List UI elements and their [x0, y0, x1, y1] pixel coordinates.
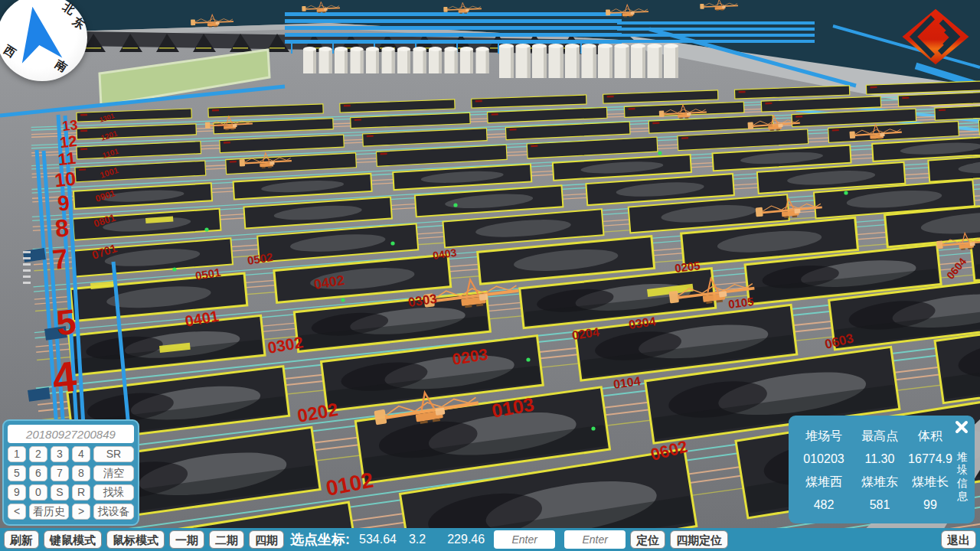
keypad-keys: 1234SR5678清空90SR找垛 [8, 446, 134, 500]
info-value: 99 [906, 498, 954, 512]
info-value: 16774.9 [906, 452, 954, 466]
row-number-label: 13 [61, 117, 78, 134]
key-history[interactable]: 看历史 [29, 504, 69, 520]
info-header: 体积 [906, 429, 954, 445]
info-header: 煤堆东 [853, 474, 906, 491]
key-SR[interactable]: SR [93, 446, 134, 462]
info-value: 010203 [795, 452, 853, 466]
phase1-button[interactable]: 一期 [169, 530, 204, 549]
company-logo [899, 8, 972, 66]
row-number-label: 11 [57, 148, 77, 169]
key-S[interactable]: S [51, 484, 69, 500]
row-number-label: 5 [54, 302, 78, 343]
info-value: 581 [853, 498, 906, 512]
key-7[interactable]: 7 [51, 465, 69, 481]
row-number-label: 12 [59, 132, 77, 151]
picked-point-x: 534.64 [359, 533, 397, 546]
phase4-locate-button[interactable]: 四期定位 [670, 530, 728, 549]
history-query-input[interactable] [8, 425, 134, 443]
key-R[interactable]: R [72, 484, 90, 500]
refresh-button[interactable]: 刷新 [4, 530, 39, 549]
key-6[interactable]: 6 [29, 465, 47, 481]
mouse-mode-button[interactable]: 鼠标模式 [106, 530, 165, 549]
row-number-label: 10 [54, 168, 77, 191]
info-header: 最高点 [853, 429, 906, 445]
compass-arrow-icon [0, 0, 87, 81]
row-number-label: 9 [57, 191, 71, 215]
picked-point-z: 229.46 [447, 533, 485, 546]
pile-info-grid: 堆场号 最高点 体积 010203 11.30 16774.9 煤堆西 煤堆东 … [795, 425, 954, 520]
phase4-button[interactable]: 四期 [249, 530, 284, 549]
key-4[interactable]: 4 [72, 446, 90, 462]
phase2-button[interactable]: 二期 [209, 530, 244, 549]
bottom-toolbar: 刷新 键鼠模式 鼠标模式 一期 二期 四期 选点坐标: 534.64 3.2 2… [0, 528, 980, 551]
locate-button[interactable]: 定位 [630, 530, 665, 549]
key-prev[interactable]: < [8, 504, 26, 520]
key-9[interactable]: 9 [8, 484, 26, 500]
info-value: 11.30 [853, 452, 906, 466]
enter-input-2[interactable] [564, 530, 626, 549]
close-icon[interactable] [955, 420, 969, 434]
pile-info-panel: 堆场号 最高点 体积 010203 11.30 16774.9 煤堆西 煤堆东 … [789, 416, 975, 523]
keyboard-mouse-mode-button[interactable]: 键鼠模式 [44, 530, 102, 549]
app-window: 1301120111011001090108010701050105020403… [0, 0, 980, 551]
row-number-label: 4 [50, 352, 79, 403]
key-next[interactable]: > [72, 504, 90, 520]
picked-point-label: 选点坐标: [290, 530, 350, 549]
key-find-device[interactable]: 找设备 [93, 504, 134, 520]
info-header: 堆场号 [795, 429, 853, 445]
info-header: 煤堆长 [906, 474, 954, 491]
key-3[interactable]: 3 [51, 446, 69, 462]
compass[interactable]: 北 东 西 南 [0, 0, 87, 81]
key-2[interactable]: 2 [29, 446, 47, 462]
enter-input-1[interactable] [494, 530, 555, 549]
exit-button[interactable]: 退出 [941, 530, 976, 549]
key-0[interactable]: 0 [29, 484, 47, 500]
key-找垛[interactable]: 找垛 [93, 484, 134, 500]
history-keypad-panel: 1234SR5678清空90SR找垛 <看历史>找设备 [2, 419, 139, 526]
key-5[interactable]: 5 [8, 465, 26, 481]
info-value: 482 [795, 498, 853, 512]
row-number-label: 7 [51, 243, 70, 276]
key-8[interactable]: 8 [72, 465, 90, 481]
picked-point-y: 3.2 [409, 533, 426, 546]
info-header: 煤堆西 [795, 474, 853, 491]
key-清空[interactable]: 清空 [93, 465, 134, 481]
panel-side-title: 堆垛信息 [956, 451, 969, 520]
row-number-label: 8 [54, 214, 70, 243]
keypad-nav-keys: <看历史>找设备 [8, 504, 134, 520]
key-1[interactable]: 1 [8, 446, 26, 462]
